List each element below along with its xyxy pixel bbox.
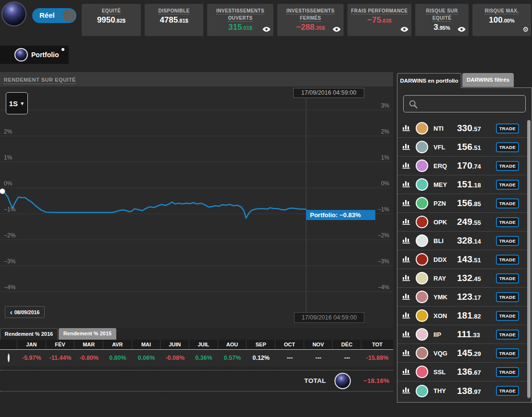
tab-darwins-filtered[interactable]: DARWINS filtrés: [462, 73, 514, 87]
bar-chart-icon-wrap[interactable]: [402, 293, 410, 302]
darwin-row-iip[interactable]: IIP111.33TRADE: [397, 325, 527, 344]
trade-button-iip[interactable]: TRADE: [496, 330, 519, 340]
stat-value-dec: .95%: [438, 25, 450, 31]
darwin-price-main: 136: [457, 367, 472, 377]
range-selector-button[interactable]: 1S ▼: [6, 92, 28, 114]
darwin-row-vfl[interactable]: VFL156.51TRADE: [397, 138, 527, 157]
eye-icon-wrap[interactable]: [333, 25, 341, 34]
tab-portfolio[interactable]: Portfolio: [0, 46, 69, 64]
bar-chart-icon-wrap[interactable]: [402, 274, 410, 283]
trade-button-pzn[interactable]: TRADE: [496, 198, 519, 208]
y-axis-label-right: −1%: [378, 206, 389, 213]
darwin-price-main: 132: [457, 273, 472, 283]
darwin-row-thy[interactable]: THY138.97TRADE: [397, 381, 527, 400]
darwin-price-main: 156: [457, 142, 472, 152]
trade-button-ssl[interactable]: TRADE: [496, 367, 519, 377]
bar-chart-icon-wrap[interactable]: [402, 386, 410, 395]
tab-returns-2015[interactable]: Rendement % 2015: [59, 328, 116, 340]
tab-returns-2016[interactable]: Rendement % 2016: [0, 328, 58, 340]
trade-button-thy[interactable]: TRADE: [496, 386, 519, 396]
stat-available: DISPONIBLE4785.81$: [145, 4, 203, 36]
row-avatar-cell: [0, 355, 17, 361]
trade-button-nti[interactable]: TRADE: [496, 123, 519, 134]
total-label: TOTAL: [304, 377, 326, 384]
account-mode-label: Réel: [39, 11, 55, 19]
stat-label: DISPONIBLE: [148, 7, 200, 14]
chart-back-button[interactable]: ‹08/09/2016: [5, 306, 45, 318]
eye-icon-wrap[interactable]: [400, 25, 408, 34]
y-axis-label-left: −2%: [4, 232, 15, 239]
tab-darwins-portfolio[interactable]: DARWINS en portfolio: [397, 73, 461, 88]
column-header-déc: DÉC: [333, 340, 361, 349]
portfolio-avatar-small: [334, 373, 351, 389]
y-axis-label-left: −4%: [4, 284, 15, 291]
trade-button-vqg[interactable]: TRADE: [496, 348, 519, 358]
trade-button-erq[interactable]: TRADE: [496, 161, 519, 171]
eye-icon[interactable]: [400, 27, 408, 32]
darwin-row-vqg[interactable]: VQG145.29TRADE: [397, 344, 527, 363]
darwin-row-ddx[interactable]: DDX143.51TRADE: [397, 250, 527, 269]
darwin-row-pzn[interactable]: PZN156.85TRADE: [397, 194, 527, 213]
darwin-price-dec: .18: [472, 182, 481, 189]
scrollbar-track[interactable]: [527, 120, 531, 399]
darwin-row-nti[interactable]: NTI330.57TRADE: [397, 119, 527, 138]
month-value: ---: [304, 355, 333, 361]
trade-button-ymk[interactable]: TRADE: [496, 292, 519, 302]
user-avatar[interactable]: [1, 1, 26, 26]
bar-chart-icon-wrap[interactable]: [402, 236, 410, 245]
eye-icon[interactable]: [333, 27, 341, 32]
trade-button-mey[interactable]: TRADE: [496, 180, 519, 190]
scrollbar-thumb[interactable]: [527, 120, 531, 398]
toggle-knob[interactable]: [62, 9, 75, 22]
trade-button-bli[interactable]: TRADE: [496, 236, 519, 246]
returns-total-row: TOTAL −18.16%: [0, 370, 393, 392]
darwin-row-xon[interactable]: XON181.82TRADE: [397, 307, 527, 325]
bar-chart-icon-wrap[interactable]: [402, 368, 410, 377]
darwin-row-ray[interactable]: RAY132.45TRADE: [397, 269, 527, 288]
darwin-price: 123.17: [457, 292, 481, 302]
darwin-ticker: PZN: [433, 200, 446, 207]
bar-chart-icon-wrap[interactable]: [402, 349, 410, 358]
bar-chart-icon-wrap[interactable]: [402, 330, 410, 339]
darwin-row-erq[interactable]: ERQ170.74TRADE: [397, 157, 527, 175]
darwin-color-dot: [416, 253, 428, 266]
bar-chart-icon-wrap[interactable]: [402, 161, 410, 171]
trade-button-ray[interactable]: TRADE: [496, 273, 519, 283]
search-input[interactable]: [421, 96, 523, 111]
stat-value-main: −75: [367, 15, 381, 25]
trade-button-xon[interactable]: TRADE: [496, 311, 519, 321]
account-mode-toggle[interactable]: Réel: [32, 8, 76, 23]
darwin-row-mey[interactable]: MEY151.18TRADE: [397, 175, 527, 194]
darwin-row-bli[interactable]: BLI328.14TRADE: [397, 232, 527, 250]
column-header-oct: OCT: [275, 340, 304, 349]
bar-chart-icon: [402, 124, 410, 131]
darwin-price: 170.74: [457, 160, 481, 171]
bar-chart-icon-wrap[interactable]: [402, 218, 410, 227]
trade-button-opk[interactable]: TRADE: [496, 217, 519, 227]
y-axis-label-right: 3%: [381, 102, 389, 109]
eye-icon-wrap[interactable]: [458, 25, 466, 34]
trade-button-ddx[interactable]: TRADE: [496, 255, 519, 265]
darwin-ticker: THY: [433, 387, 446, 394]
bar-chart-icon-wrap[interactable]: [402, 124, 410, 133]
eye-icon[interactable]: [458, 27, 466, 32]
bar-chart-icon: [402, 368, 410, 375]
bar-chart-icon-wrap[interactable]: [402, 311, 410, 320]
darwin-row-ssl[interactable]: SSL136.67TRADE: [397, 363, 527, 381]
eye-icon[interactable]: [262, 27, 271, 32]
stat-value-main: 315: [228, 23, 242, 32]
bar-chart-icon-wrap[interactable]: [402, 180, 410, 189]
bar-chart-icon-wrap[interactable]: [402, 143, 410, 152]
bar-chart-icon: [402, 330, 410, 337]
darwin-row-ymk[interactable]: YMK123.17TRADE: [397, 288, 527, 307]
stat-value-dec: .81$: [178, 18, 188, 24]
trade-button-vfl[interactable]: TRADE: [496, 142, 519, 152]
darwin-row-opk[interactable]: OPK249.55TRADE: [397, 213, 527, 232]
gear-icon[interactable]: ⚙: [522, 26, 529, 33]
darwin-price-main: 111: [457, 329, 471, 339]
stat-value-dec: .00%: [503, 18, 515, 24]
bar-chart-icon-wrap[interactable]: [402, 199, 410, 208]
bar-chart-icon-wrap[interactable]: [402, 255, 410, 264]
column-header-mai: MAI: [132, 340, 161, 349]
eye-icon-wrap[interactable]: [262, 25, 271, 34]
